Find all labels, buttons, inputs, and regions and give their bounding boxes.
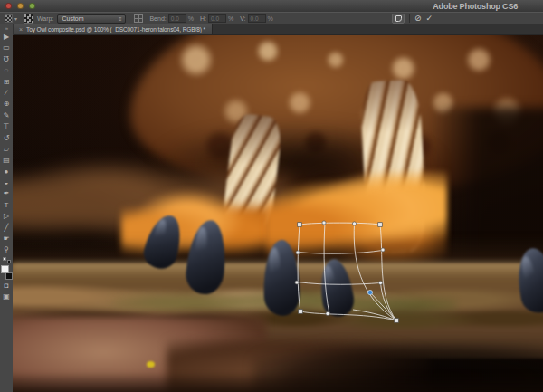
- type-tool[interactable]: T: [0, 200, 13, 211]
- close-window-button[interactable]: [5, 3, 12, 9]
- zoom-window-button[interactable]: [29, 3, 35, 9]
- warp-mesh-overlay[interactable]: [13, 35, 543, 392]
- photoshop-window: Adobe Photoshop CS6 ▾ Warp: Custom ≡ Ben…: [0, 0, 543, 392]
- eyedropper-tool[interactable]: ∕: [0, 88, 13, 99]
- quick-mask-button[interactable]: ◘: [0, 281, 13, 292]
- blur-tool[interactable]: ●: [0, 167, 13, 177]
- screen-mode-button[interactable]: ▣: [0, 292, 13, 302]
- bend-unit: %: [188, 15, 194, 22]
- bend-input[interactable]: 0.0: [168, 14, 186, 23]
- mesh-control-handle[interactable]: [352, 222, 356, 225]
- titlebar: Adobe Photoshop CS6: [0, 0, 543, 13]
- hand-tool[interactable]: ☛: [0, 234, 13, 244]
- app-title: Adobe Photoshop CS6: [433, 1, 518, 12]
- v-unit: %: [268, 15, 273, 22]
- lasso-tool[interactable]: ℧: [0, 54, 13, 65]
- chevron-down-icon: ▾: [14, 15, 17, 22]
- document-canvas[interactable]: [13, 35, 543, 392]
- color-swatches: [1, 265, 13, 280]
- h-unit: %: [228, 15, 233, 22]
- move-tool[interactable]: ▶: [0, 32, 13, 43]
- toggle-warp-mode-button[interactable]: [392, 14, 405, 24]
- mesh-vertical-1: [324, 224, 329, 314]
- options-bar: ▾ Warp: Custom ≡ Bend: 0.0 % H: 0.0 % V:…: [0, 12, 543, 25]
- tool-preset-icon: [5, 14, 13, 23]
- commit-transform-button[interactable]: ✓: [426, 14, 433, 24]
- mesh-control-handle[interactable]: [322, 221, 326, 225]
- tools-upper-group: ▶▭℧◌⊞∕⊕✎⊤↺▱▤●◒✒T▷╱☛⚲: [0, 32, 13, 256]
- mesh-control-handle[interactable]: [295, 281, 299, 284]
- warp-grid-icon: [24, 14, 33, 24]
- bend-field-group: Bend: 0.0 %: [149, 14, 194, 23]
- mesh-control-handle[interactable]: [378, 281, 382, 284]
- mesh-corner-anchor[interactable]: [378, 223, 383, 227]
- background-color-swatch[interactable]: [5, 272, 13, 280]
- pen-tool[interactable]: ✒: [0, 188, 13, 199]
- bend-label: Bend:: [149, 15, 166, 22]
- mesh-control-handle[interactable]: [326, 311, 329, 315]
- default-colors-icon[interactable]: [3, 257, 11, 263]
- warp-style-dropdown[interactable]: Custom ≡: [57, 14, 126, 24]
- warp-label: Warp:: [37, 15, 53, 22]
- mesh-left-edge: [298, 225, 300, 311]
- clone-stamp-tool[interactable]: ⊤: [0, 121, 13, 132]
- tools-lower-group: ◘▣: [0, 281, 13, 303]
- rectangular-marquee-tool[interactable]: ▭: [0, 43, 13, 53]
- mesh-corner-anchor[interactable]: [298, 223, 302, 227]
- close-tab-icon[interactable]: ×: [19, 26, 23, 33]
- tools-panel: » ▶▭℧◌⊞∕⊕✎⊤↺▱▤●◒✒T▷╱☛⚲ ◘▣: [0, 24, 14, 392]
- mesh-horizontal-1: [299, 251, 383, 254]
- mesh-vertical-2: [354, 224, 396, 320]
- tool-preset-picker[interactable]: ▾: [5, 14, 17, 23]
- separator: [409, 14, 410, 23]
- mesh-top-edge: [300, 223, 380, 225]
- panel-collapse-button[interactable]: »: [5, 24, 7, 32]
- warp-orientation-icon[interactable]: [134, 14, 143, 23]
- crop-tool[interactable]: ⊞: [0, 77, 13, 88]
- mesh-corner-anchor[interactable]: [395, 319, 399, 323]
- warp-mode-icon: [395, 15, 402, 22]
- default-foreground-chip: [3, 257, 6, 261]
- document-tab-title: Toy Owl composite.psd @ 100% (_DSC0071-h…: [26, 26, 205, 33]
- document-tab-strip: × Toy Owl composite.psd @ 100% (_DSC0071…: [13, 24, 543, 35]
- document-tab[interactable]: × Toy Owl composite.psd @ 100% (_DSC0071…: [13, 24, 213, 34]
- mesh-horizontal-2: [298, 282, 381, 285]
- brush-tool[interactable]: ✎: [0, 110, 13, 121]
- h-input[interactable]: 0.0: [208, 14, 226, 23]
- minimize-window-button[interactable]: [17, 3, 24, 9]
- mesh-selected-handle[interactable]: [367, 290, 372, 294]
- v-label: V:: [240, 15, 245, 22]
- gradient-tool[interactable]: ▤: [0, 155, 13, 166]
- mesh-control-handle[interactable]: [381, 248, 385, 252]
- dodge-tool[interactable]: ◒: [0, 177, 13, 188]
- history-brush-tool[interactable]: ↺: [0, 133, 13, 144]
- mesh-corner-anchor[interactable]: [299, 310, 303, 314]
- h-label: H:: [200, 15, 206, 22]
- healing-brush-tool[interactable]: ⊕: [0, 99, 13, 110]
- warp-style-value: Custom: [62, 15, 83, 22]
- v-field-group: V: 0.0 %: [240, 14, 273, 23]
- transform-commit-cluster: ⊘ ✓: [392, 14, 433, 24]
- dropdown-menu-icon: ≡: [119, 16, 122, 22]
- zoom-tool[interactable]: ⚲: [0, 244, 13, 255]
- default-background-chip: [7, 260, 11, 263]
- cancel-transform-button[interactable]: ⊘: [414, 14, 422, 24]
- path-selection-tool[interactable]: ▷: [0, 211, 13, 222]
- line-tool[interactable]: ╱: [0, 223, 13, 234]
- quick-selection-tool[interactable]: ◌: [0, 65, 13, 76]
- v-input[interactable]: 0.0: [248, 14, 266, 23]
- window-controls: [5, 3, 35, 9]
- foreground-color-swatch[interactable]: [1, 265, 9, 273]
- eraser-tool[interactable]: ▱: [0, 144, 13, 155]
- mesh-control-handle[interactable]: [296, 251, 300, 254]
- h-field-group: H: 0.0 %: [200, 14, 233, 23]
